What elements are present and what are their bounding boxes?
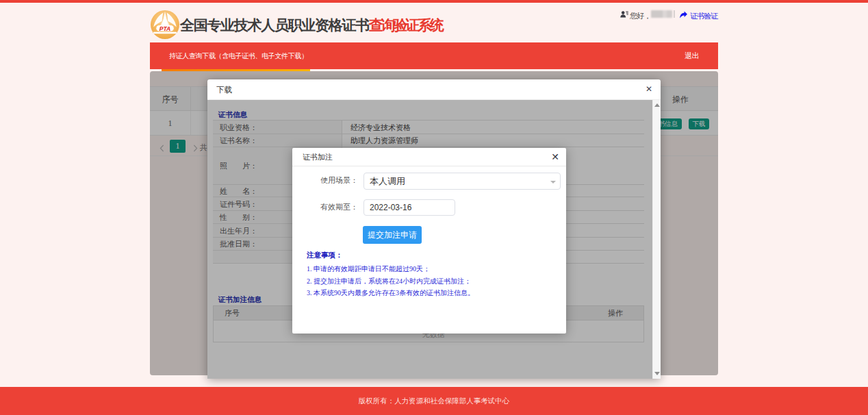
svg-text:PTA: PTA xyxy=(159,25,171,32)
